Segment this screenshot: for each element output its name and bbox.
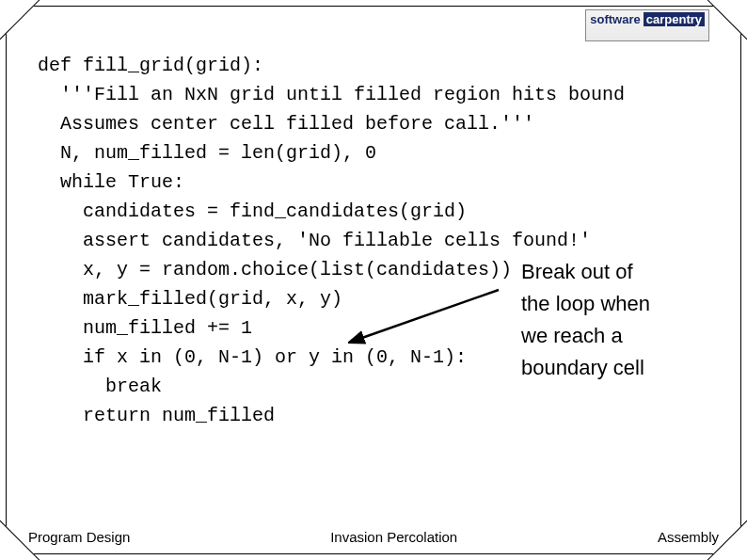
corner-cut-tl <box>0 0 40 40</box>
annotation-text: Break out of the loop when we reach a bo… <box>521 256 709 384</box>
code-line: return num_filled <box>38 405 275 426</box>
brand-logo: software carpentry <box>585 9 709 41</box>
code-line: def fill_grid(grid): <box>38 55 263 76</box>
footer-left: Program Design <box>28 529 130 545</box>
code-line: candidates = find_candidates(grid) <box>38 200 467 222</box>
logo-word-software: software <box>590 12 640 26</box>
code-line: break <box>38 376 162 397</box>
code-line: N, num_filled = len(grid), 0 <box>38 142 376 164</box>
annotation-line: the loop when <box>521 288 709 320</box>
footer-right: Assembly <box>658 529 719 545</box>
logo-main: software carpentry <box>590 12 705 26</box>
footer: Program Design Invasion Percolation Asse… <box>28 529 719 545</box>
corner-cut-tr <box>707 0 747 40</box>
code-line: mark_filled(grid, x, y) <box>38 288 342 310</box>
code-line: Assumes center cell filled before call.'… <box>38 113 534 135</box>
footer-center: Invasion Percolation <box>330 529 457 545</box>
code-line: x, y = random.choice(list(candidates)) <box>38 259 512 280</box>
code-line: if x in (0, N-1) or y in (0, N-1): <box>38 346 467 368</box>
annotation-line: we reach a <box>521 320 709 352</box>
logo-word-carpentry: carpentry <box>644 12 705 26</box>
code-line: '''Fill an NxN grid until filled region … <box>38 84 625 105</box>
code-line: num_filled += 1 <box>38 317 252 339</box>
code-line: while True: <box>38 171 184 193</box>
code-line: assert candidates, 'No fillable cells fo… <box>38 230 591 251</box>
annotation-line: boundary cell <box>521 352 709 384</box>
annotation-line: Break out of <box>521 256 709 288</box>
